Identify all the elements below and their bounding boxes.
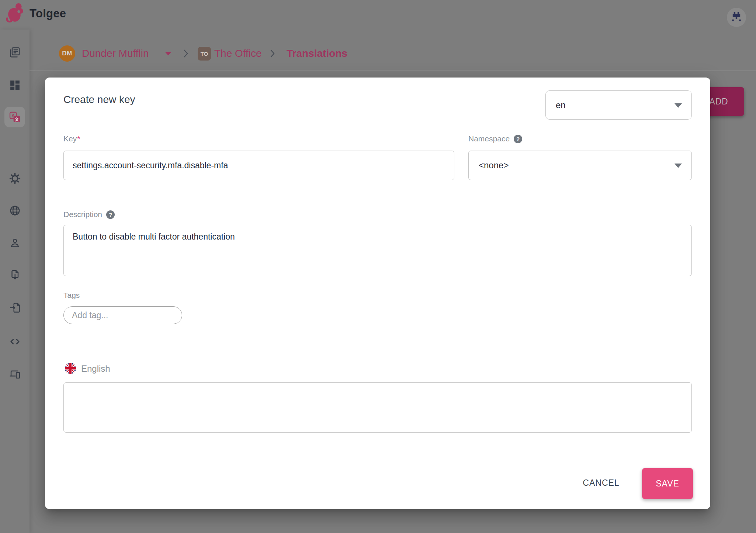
- sidebar-item-members[interactable]: [4, 233, 25, 253]
- sidebar-item-export[interactable]: [4, 265, 25, 285]
- scope-badge[interactable]: TO: [198, 47, 211, 61]
- user-avatar[interactable]: [727, 8, 746, 27]
- save-button[interactable]: SAVE: [642, 468, 693, 499]
- sidebar-item-languages[interactable]: [4, 200, 25, 221]
- project-avatar[interactable]: DM: [59, 45, 75, 62]
- sidebar-item-settings[interactable]: [4, 168, 25, 189]
- description-label: Description ?: [63, 210, 115, 219]
- translations-icon: A: [9, 111, 21, 123]
- settings-icon: [9, 172, 21, 185]
- projects-icon: [9, 47, 21, 59]
- apps-icon: [9, 368, 21, 380]
- sidebar-item-translations[interactable]: A: [4, 107, 25, 127]
- members-icon: [9, 237, 21, 249]
- header-divider: [30, 71, 756, 71]
- breadcrumb-project[interactable]: Dunder Mufflin: [82, 48, 149, 59]
- breadcrumb-scope[interactable]: The Office: [214, 48, 262, 59]
- language-select[interactable]: en: [545, 90, 692, 120]
- sidebar-item-projects[interactable]: [4, 42, 25, 63]
- help-icon[interactable]: ?: [106, 210, 115, 219]
- dropdown-arrow-icon: [674, 164, 682, 168]
- import-icon: [9, 302, 21, 314]
- namespace-label: Namespace ?: [468, 134, 522, 143]
- description-textarea[interactable]: Button to disable multi factor authentic…: [63, 225, 692, 276]
- brand-name: Tolgee: [30, 7, 66, 20]
- chevron-right-icon: [270, 49, 275, 58]
- dialog-title: Create new key: [63, 94, 135, 106]
- sidebar-item-apps[interactable]: [4, 363, 25, 384]
- english-translation-textarea[interactable]: [63, 382, 692, 433]
- language-select-value: en: [556, 100, 566, 110]
- export-icon: [9, 269, 21, 281]
- sidebar-item-import[interactable]: [4, 297, 25, 318]
- sidebar-item-dashboard[interactable]: [4, 75, 25, 95]
- integrate-icon: [9, 336, 21, 348]
- chevron-down-icon[interactable]: [165, 52, 171, 55]
- dropdown-arrow-icon: [674, 103, 682, 108]
- tags-label: Tags: [63, 291, 80, 300]
- tolgee-logo-icon: [6, 2, 24, 24]
- namespace-select-value: <none>: [479, 160, 509, 171]
- translation-language-label: English: [81, 364, 110, 374]
- pixel-identicon-icon: [730, 11, 743, 24]
- dashboard-icon: [9, 79, 21, 91]
- help-icon[interactable]: ?: [514, 135, 522, 143]
- languages-icon: [9, 204, 21, 217]
- english-flag-icon: [65, 363, 76, 374]
- required-mark: *: [77, 134, 80, 143]
- add-tag-input[interactable]: [63, 306, 182, 324]
- cancel-button[interactable]: CANCEL: [564, 471, 638, 495]
- chevron-right-icon: [183, 49, 189, 58]
- sidebar-nav: A: [0, 30, 30, 533]
- key-label: Key*: [63, 134, 80, 143]
- create-key-dialog: Create new key en Key* Namespace ? <none…: [45, 78, 710, 509]
- key-input[interactable]: [63, 151, 454, 180]
- breadcrumb-current-page: Translations: [287, 48, 347, 59]
- sidebar-item-integrate[interactable]: [4, 331, 25, 352]
- top-bar: Tolgee: [0, 0, 756, 30]
- namespace-select[interactable]: <none>: [468, 151, 692, 180]
